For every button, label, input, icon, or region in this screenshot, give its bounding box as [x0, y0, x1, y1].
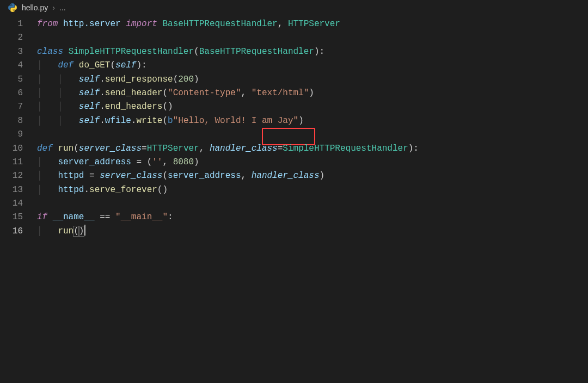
- breadcrumb-separator: ›: [52, 3, 55, 12]
- code-editor[interactable]: 1 2 3 4 5 6 7 8 9 10 11 12 13 14 15 16 f…: [0, 15, 588, 238]
- code-line[interactable]: │ def do_GET(self):: [37, 59, 588, 72]
- code-line[interactable]: │ │ self.end_headers(): [37, 100, 588, 114]
- line-number: 3: [0, 45, 23, 59]
- breadcrumb-filename[interactable]: hello.py: [22, 3, 48, 12]
- line-number: 1: [0, 17, 23, 31]
- line-number: 15: [0, 211, 23, 224]
- line-number: 8: [0, 114, 23, 128]
- line-number-gutter: 1 2 3 4 5 6 7 8 9 10 11 12 13 14 15 16: [0, 17, 37, 238]
- code-line[interactable]: │ │ self.send_header("Content-type", "te…: [37, 87, 588, 100]
- code-line[interactable]: if __name__ == "__main__":: [37, 211, 588, 224]
- code-line[interactable]: from http.server import BaseHTTPRequestH…: [37, 17, 588, 31]
- line-number: 6: [0, 87, 23, 100]
- line-number: 14: [0, 197, 23, 211]
- code-content[interactable]: from http.server import BaseHTTPRequestH…: [37, 17, 588, 238]
- line-number: 7: [0, 100, 23, 114]
- line-number: 2: [0, 31, 23, 45]
- line-number: 10: [0, 142, 23, 156]
- text-cursor: [84, 225, 85, 236]
- code-line[interactable]: [37, 128, 588, 141]
- code-line[interactable]: │ server_address = ('', 8080): [37, 156, 588, 169]
- code-line[interactable]: │ │ self.send_response(200): [37, 73, 588, 87]
- code-line[interactable]: class SimpleHTTPRequestHandler(BaseHTTPR…: [37, 45, 588, 59]
- code-line[interactable]: [37, 31, 588, 45]
- code-line[interactable]: def run(server_class=HTTPServer, handler…: [37, 142, 588, 156]
- breadcrumb-rest[interactable]: ...: [59, 3, 66, 12]
- line-number: 9: [0, 128, 23, 141]
- line-number: 4: [0, 59, 23, 72]
- code-line[interactable]: │ httpd.serve_forever(): [37, 183, 588, 197]
- line-number: 5: [0, 73, 23, 87]
- code-line[interactable]: │ run(): [37, 225, 588, 238]
- line-number: 16: [0, 225, 23, 238]
- code-line[interactable]: │ │ self.wfile.write(b"Hello, World! I a…: [37, 114, 588, 128]
- code-line[interactable]: [37, 197, 588, 211]
- line-number: 13: [0, 183, 23, 197]
- line-number: 12: [0, 169, 23, 183]
- python-icon: [8, 3, 17, 13]
- line-number: 11: [0, 156, 23, 169]
- code-line[interactable]: │ httpd = server_class(server_address, h…: [37, 169, 588, 183]
- breadcrumb: hello.py › ...: [0, 0, 588, 15]
